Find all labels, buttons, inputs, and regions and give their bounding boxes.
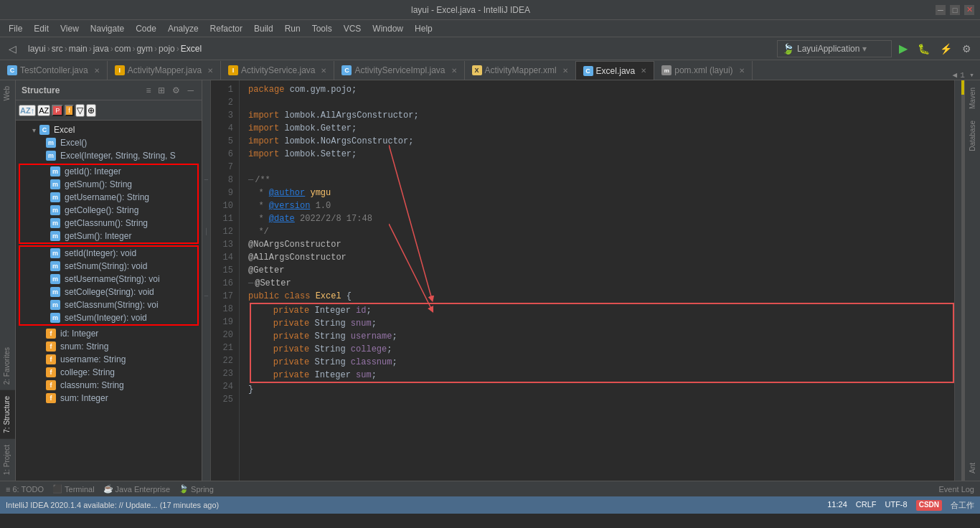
sort-alpha-btn[interactable]: AZ↑ <box>19 105 36 116</box>
menu-analyze[interactable]: Analyze <box>162 20 204 37</box>
panel-tab-structure[interactable]: 7: Structure <box>0 390 15 439</box>
panel-tab-ant[interactable]: Ant <box>966 458 979 478</box>
tab-spring[interactable]: 🍃 Spring <box>179 484 214 494</box>
tab-activitymapper[interactable]: I ActivityMapper.java ✕ <box>108 61 221 80</box>
editor-content[interactable]: ─ │ ─ 1 2 3 4 5 6 7 8 9 <box>202 80 964 481</box>
menu-edit[interactable]: Edit <box>28 20 55 37</box>
tree-item-constructor1[interactable]: m Excel() <box>16 136 202 149</box>
tab-todo[interactable]: ≡ 6: TODO <box>6 485 44 494</box>
structure-close-btn[interactable]: ─ <box>185 85 196 96</box>
expand-btn[interactable]: ⊕ <box>86 104 96 117</box>
tab-testcontoller[interactable]: C TestContoller.java ✕ <box>0 61 108 80</box>
menu-window[interactable]: Window <box>367 20 409 37</box>
tree-item-field-username[interactable]: f username: String <box>16 353 202 366</box>
structure-group-btn[interactable]: ⊞ <box>156 85 167 96</box>
panel-tab-database[interactable]: Database <box>966 116 979 156</box>
fold-icon-12[interactable]: │ <box>204 225 208 238</box>
tab-pom[interactable]: m pom.xml (layui) ✕ <box>654 61 752 80</box>
code-area[interactable]: package com.gym.pojo; import lombok.AllA… <box>240 80 954 481</box>
menu-vcs[interactable]: VCS <box>338 20 367 37</box>
tab-close-testcontoller[interactable]: ✕ <box>94 67 100 75</box>
filter-btn[interactable]: ▽ <box>75 104 85 117</box>
tree-item-getsum[interactable]: m getSum(): Integer <box>20 230 197 242</box>
filter-field-btn[interactable]: f <box>65 105 74 116</box>
menu-view[interactable]: View <box>55 20 85 37</box>
tree-item-field-college[interactable]: f college: String <box>16 366 202 379</box>
coverage-button[interactable]: ⚡ <box>937 42 955 56</box>
breadcrumb-excel[interactable]: Excel <box>181 44 202 54</box>
menu-file[interactable]: File <box>3 20 28 37</box>
sort-order-btn[interactable]: AZ <box>37 105 50 116</box>
breadcrumb-pojo[interactable]: pojo <box>159 44 175 54</box>
menu-build[interactable]: Build <box>248 20 279 37</box>
field-icon-snum: f <box>46 341 56 352</box>
tree-item-getid[interactable]: m getId(): Integer <box>20 165 197 178</box>
tree-item-field-id[interactable]: f id: Integer <box>16 327 202 340</box>
menu-help[interactable]: Help <box>409 20 438 37</box>
breadcrumb-com[interactable]: com <box>115 44 131 54</box>
tab-scroll-left[interactable]: ◀ <box>953 70 958 80</box>
tree-item-setusername[interactable]: m setUsername(String): voi <box>20 273 197 286</box>
file-encoding[interactable]: UTF-8 <box>885 500 907 511</box>
panel-tab-favorites[interactable]: 2: Favorites <box>0 341 15 390</box>
tab-close-activityserviceimpl[interactable]: ✕ <box>451 67 457 75</box>
close-button[interactable]: ✕ <box>964 5 974 15</box>
structure-tree: ▾ C Excel m Excel() m Excel(Integer, Str… <box>16 121 202 481</box>
tab-close-pom[interactable]: ✕ <box>739 67 745 75</box>
event-log-button[interactable]: Event Log <box>938 485 974 494</box>
tree-item-setsnum[interactable]: m setSnum(String): void <box>20 260 197 273</box>
run-config[interactable]: 🍃 LayuiApplication ▾ <box>777 40 892 57</box>
tab-close-activitymapperxml[interactable]: ✕ <box>562 67 568 75</box>
fold-icon-8[interactable]: ─ <box>204 174 208 187</box>
tab-java-enterprise[interactable]: ☕ Java Enterprise <box>103 484 170 494</box>
tree-item-field-snum[interactable]: f snum: String <box>16 340 202 353</box>
breadcrumb-layui[interactable]: layui <box>28 44 46 54</box>
tab-activityserviceimpl[interactable]: C ActivityServiceImpl.java ✕ <box>334 61 464 80</box>
maximize-button[interactable]: □ <box>950 5 960 15</box>
structure-settings-btn[interactable]: ⚙ <box>170 85 182 96</box>
structure-sort-btn[interactable]: ≡ <box>143 85 153 96</box>
tree-item-setcollege[interactable]: m setCollege(String): void <box>20 286 197 298</box>
panel-tab-maven[interactable]: Maven <box>966 83 979 113</box>
tree-item-field-sum[interactable]: f sum: Integer <box>16 392 202 405</box>
line-endings[interactable]: CRLF <box>856 500 877 511</box>
tree-root-excel[interactable]: ▾ C Excel <box>16 123 202 136</box>
tab-activityservice[interactable]: I ActivityService.java ✕ <box>221 61 334 80</box>
toolbar-back[interactable]: ◁ <box>6 42 19 56</box>
breadcrumb-main[interactable]: main <box>69 44 88 54</box>
tree-item-getsnum[interactable]: m getSnum(): String <box>20 178 197 191</box>
tree-item-setclassnum[interactable]: m setClassnum(String): voi <box>20 298 197 311</box>
tree-item-getclassnum[interactable]: m getClassnum(): String <box>20 217 197 230</box>
menu-run[interactable]: Run <box>279 20 306 37</box>
panel-tab-project[interactable]: 1: Project <box>0 439 15 481</box>
tree-item-getusername[interactable]: m getUsername(): String <box>20 191 197 204</box>
run-button[interactable]: ▶ <box>896 40 910 57</box>
panel-tab-web[interactable]: Web <box>0 80 15 106</box>
tab-close-excel[interactable]: ✕ <box>641 67 646 75</box>
settings-button[interactable]: ⚙ <box>959 42 974 56</box>
tab-close-activityservice[interactable]: ✕ <box>321 67 326 75</box>
minimize-button[interactable]: ─ <box>936 5 946 15</box>
menu-tools[interactable]: Tools <box>306 20 338 37</box>
tab-excel[interactable]: C Excel.java ✕ <box>576 61 655 80</box>
breadcrumb-gym[interactable]: gym <box>136 44 153 54</box>
menu-refactor[interactable]: Refactor <box>204 20 248 37</box>
fold-icon-17[interactable]: ─ <box>204 290 208 303</box>
menu-navigate[interactable]: Navigate <box>85 20 130 37</box>
tree-item-setid[interactable]: m setId(Integer): void <box>20 247 197 260</box>
tab-activitymapperxml[interactable]: X ActivityMapper.xml ✕ <box>465 61 576 80</box>
tree-item-setsum[interactable]: m setSum(Integer): void <box>20 311 197 324</box>
filter-public-btn[interactable]: P <box>52 105 63 116</box>
debug-button[interactable]: 🐛 <box>915 42 933 56</box>
tree-item-field-classnum[interactable]: f classnum: String <box>16 379 202 392</box>
tab-terminal[interactable]: ⬛ Terminal <box>52 484 95 494</box>
status-right-items: 11:24 CRLF UTF-8 CSDN 合工作 <box>827 500 974 511</box>
tree-item-constructor2[interactable]: m Excel(Integer, String, String, S <box>16 149 202 162</box>
code-line-8: ─/** <box>248 174 954 187</box>
menu-code[interactable]: Code <box>130 20 162 37</box>
tree-item-getcollege[interactable]: m getCollege(): String <box>20 204 197 217</box>
breadcrumb-src[interactable]: src <box>52 44 63 54</box>
breadcrumb-java[interactable]: java <box>93 44 109 54</box>
tab-close-activitymapper[interactable]: ✕ <box>207 67 213 75</box>
scrollbar-track[interactable] <box>954 80 964 481</box>
